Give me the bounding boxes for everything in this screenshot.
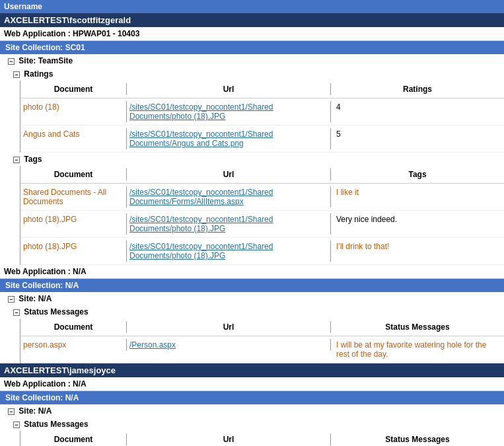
url-link[interactable]: /Person.aspx xyxy=(129,340,176,350)
value-cell: Very nice indeed. xyxy=(331,213,504,225)
collapse-icon-site-na-joyce[interactable]: − xyxy=(8,408,15,415)
tags-col-doc: Document xyxy=(20,168,126,180)
sitecol-sc01: Site Collection: SC01 − Site: TeamSite −… xyxy=(0,41,504,265)
ratings-table: Document Url Ratings photo (18) /sites/S… xyxy=(20,81,504,153)
webapp-label-hpwap01: Web Application : HPWAP01 - 10403 xyxy=(0,27,504,41)
doc-cell: photo (18).JPG xyxy=(20,213,126,225)
user-section-jamesjoyce: AXCELERTEST\jamesjoyce Web Application :… xyxy=(0,363,504,446)
table-row: photo (18) /sites/SC01/testcopy_noconten… xyxy=(20,98,504,126)
user-section-fscott: AXCELERTEST\fscottfitzgerald Web Applica… xyxy=(0,13,504,363)
sitecol-label-sc01: Site Collection: SC01 xyxy=(0,41,504,54)
url-link[interactable]: /sites/SC01/testcopy_nocontent1/Shared D… xyxy=(129,215,273,233)
url-cell: /sites/SC01/testcopy_nocontent1/Shared D… xyxy=(126,101,331,122)
site-label-na-fscott: − Site: N/A xyxy=(0,292,504,305)
url-link[interactable]: /sites/SC01/testcopy_nocontent1/Shared D… xyxy=(129,102,273,121)
table-row: photo (18).JPG /sites/SC01/testcopy_noco… xyxy=(20,238,504,265)
statusmsg-col-url: Url xyxy=(126,321,331,333)
table-row: Shared Documents - All Documents /sites/… xyxy=(20,184,504,211)
statusmsg-col-value-joyce: Status Messages xyxy=(331,433,504,445)
doc-cell: Angus and Cats xyxy=(20,128,126,140)
sitecol-na-fscott: Site Collection: N/A − Site: N/A − Statu… xyxy=(0,279,504,363)
statusmsg-col-doc-joyce: Document xyxy=(20,433,126,445)
url-link[interactable]: /sites/SC01/testcopy_nocontent1/Shared D… xyxy=(129,242,273,260)
collapse-icon-status-joyce[interactable]: − xyxy=(13,422,20,428)
webapp-label-na-fscott: Web Application : N/A xyxy=(0,265,504,279)
value-cell: I will be at my favorite watering hole f… xyxy=(331,339,504,360)
value-cell: I'll drink to that! xyxy=(331,241,504,252)
site-na-joyce: − Site: N/A − Status Messages Document U… xyxy=(0,404,504,446)
site-teamsite: − Site: TeamSite − Ratings Document Url … xyxy=(0,54,504,265)
site-label-na-joyce: − Site: N/A xyxy=(0,404,504,418)
site-na-fscott: − Site: N/A − Status Messages Document U… xyxy=(0,292,504,363)
username-header: Username xyxy=(0,0,504,13)
value-cell: 5 xyxy=(331,128,504,140)
doc-cell: photo (18) xyxy=(20,101,126,113)
sitecol-na-joyce: Site Collection: N/A − Site: N/A − Statu… xyxy=(0,391,504,446)
value-cell: I like it xyxy=(331,186,504,198)
statusmsg-section-header-joyce: − Status Messages xyxy=(0,418,504,431)
url-cell: /sites/SC01/testcopy_nocontent1/Shared D… xyxy=(126,213,331,235)
url-link[interactable]: /sites/SC01/testcopy_nocontent1/Shared D… xyxy=(129,130,273,148)
collapse-icon-tags[interactable]: − xyxy=(13,157,20,163)
statusmsg-section-header-fscott: − Status Messages xyxy=(0,305,504,318)
table-row: person.aspx /Person.aspx I will be at my… xyxy=(20,336,504,363)
tags-col-headers: Document Url Tags xyxy=(20,166,504,184)
tags-col-value: Tags xyxy=(331,168,504,180)
site-label-teamsite: − Site: TeamSite xyxy=(0,54,504,67)
url-cell: /sites/SC01/testcopy_nocontent1/Shared D… xyxy=(126,186,331,207)
collapse-icon-site-na[interactable]: − xyxy=(8,296,15,303)
table-row: photo (18).JPG /sites/SC01/testcopy_noco… xyxy=(20,211,504,238)
user-name-jamesjoyce: AXCELERTEST\jamesjoyce xyxy=(0,363,504,377)
url-cell: /sites/SC01/testcopy_nocontent1/Shared D… xyxy=(126,241,331,262)
table-row: Angus and Cats /sites/SC01/testcopy_noco… xyxy=(20,126,504,153)
url-cell: /Person.aspx xyxy=(126,339,331,351)
ratings-section-header: − Ratings xyxy=(0,67,504,81)
statusmsg-table-joyce: Document Url Status Messages person.aspx… xyxy=(20,431,504,446)
collapse-icon-status-fscott[interactable]: − xyxy=(13,309,20,316)
collapse-icon-teamsite[interactable]: − xyxy=(8,58,15,65)
statusmsg-col-headers-fscott: Document Url Status Messages xyxy=(20,318,504,336)
tags-section-header: − Tags xyxy=(0,153,504,166)
collapse-icon-ratings[interactable]: − xyxy=(13,71,20,78)
url-cell: /sites/SC01/testcopy_nocontent1/Shared D… xyxy=(126,128,331,149)
doc-cell: person.aspx xyxy=(20,339,126,351)
webapp-hpwap01: Web Application : HPWAP01 - 10403 Site C… xyxy=(0,27,504,265)
statusmsg-col-url-joyce: Url xyxy=(126,433,331,445)
webapp-label-na-joyce: Web Application : N/A xyxy=(0,377,504,391)
ratings-col-doc: Document xyxy=(20,83,126,95)
ratings-col-headers: Document Url Ratings xyxy=(20,81,504,98)
webapp-na-joyce: Web Application : N/A Site Collection: N… xyxy=(0,377,504,446)
username-label: Username xyxy=(4,2,42,11)
report-container: Username AXCELERTEST\fscottfitzgerald We… xyxy=(0,0,504,446)
statusmsg-table-fscott: Document Url Status Messages person.aspx… xyxy=(20,318,504,363)
statusmsg-col-headers-joyce: Document Url Status Messages xyxy=(20,431,504,446)
ratings-col-url: Url xyxy=(126,83,331,95)
tags-col-url: Url xyxy=(126,168,331,180)
user-name-fscott: AXCELERTEST\fscottfitzgerald xyxy=(0,13,504,27)
value-cell: 4 xyxy=(331,101,504,113)
ratings-col-value: Ratings xyxy=(331,83,504,95)
sitecol-label-na-fscott: Site Collection: N/A xyxy=(0,279,504,292)
doc-cell: photo (18).JPG xyxy=(20,241,126,252)
statusmsg-col-doc: Document xyxy=(20,321,126,333)
webapp-na-fscott: Web Application : N/A Site Collection: N… xyxy=(0,265,504,363)
sitecol-label-na-joyce: Site Collection: N/A xyxy=(0,391,504,404)
tags-table: Document Url Tags Shared Documents - All… xyxy=(20,166,504,265)
statusmsg-col-value: Status Messages xyxy=(331,321,504,333)
url-link[interactable]: /sites/SC01/testcopy_nocontent1/Shared D… xyxy=(129,188,273,206)
doc-cell: Shared Documents - All Documents xyxy=(20,186,126,207)
